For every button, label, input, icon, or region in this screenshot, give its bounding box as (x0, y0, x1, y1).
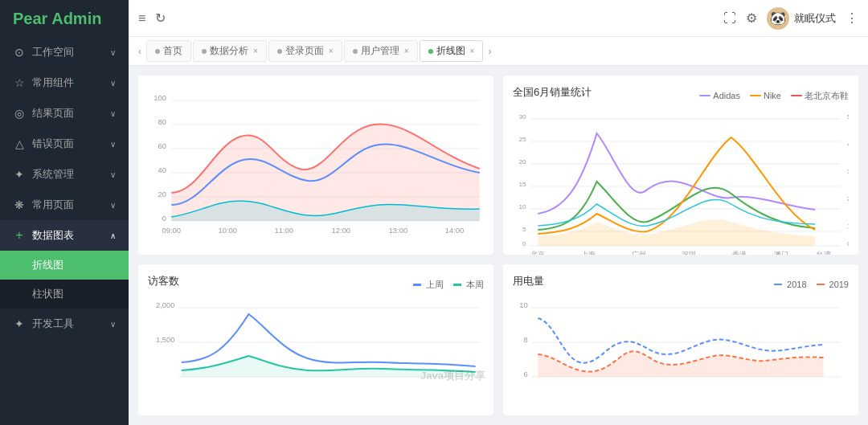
sidebar-item-result[interactable]: ◎ 结果页面 ∨ (0, 98, 129, 129)
chart2-svg-wrap: 30 25 20 15 10 5 0 500 400 300 200 100 0 (513, 109, 849, 255)
chevron-charts: ∧ (110, 231, 116, 240)
legend-lastweek-line (413, 284, 421, 286)
svg-text:10:00: 10:00 (219, 227, 238, 235)
tab-login[interactable]: 登录页面 × (268, 40, 342, 62)
username: 就眠仪式 (794, 11, 836, 26)
chevron-devtools: ∨ (110, 320, 116, 329)
tab-close-line[interactable]: × (470, 47, 475, 55)
legend-nike-line (750, 95, 761, 96)
legend-lastweek-label: 上周 (426, 279, 444, 291)
legend-2019: 2019 (817, 280, 849, 289)
main-content: ≡ ↻ ⛶ ⚙ 🐼 就眠仪式 ⋮ ‹ 首页 数据分析 × 登录页面 × (129, 0, 868, 425)
user-info[interactable]: 🐼 就眠仪式 (767, 7, 836, 30)
tab-home[interactable]: 首页 (146, 40, 191, 62)
tab-label-login: 登录页面 (285, 44, 324, 58)
sidebar-item-common[interactable]: ❋ 常用页面 ∨ (0, 190, 129, 220)
legend-adidas-line (699, 95, 710, 96)
tab-dot-user (353, 49, 358, 54)
settings-icon[interactable]: ⚙ (746, 10, 757, 26)
sidebar-menu: ⊙ 工作空间 ∨ ☆ 常用组件 ∨ ◎ 结果页面 ∨ △ 错误页面 ∨ (0, 37, 129, 425)
refresh-icon[interactable]: ↻ (155, 10, 166, 26)
tab-label-home: 首页 (163, 44, 182, 58)
sidebar-item-components[interactable]: ☆ 常用组件 ∨ (0, 67, 129, 98)
svg-text:澳门: 澳门 (774, 250, 788, 255)
legend-this-week: 本周 (453, 279, 484, 291)
legend-thisweek-line (453, 284, 461, 286)
svg-text:10: 10 (518, 203, 526, 210)
svg-text:10: 10 (519, 301, 527, 309)
tab-dot-data (202, 49, 207, 54)
svg-text:30: 30 (518, 113, 526, 121)
legend-nike: Nike (750, 91, 781, 100)
svg-text:200: 200 (847, 195, 849, 202)
tab-label-data: 数据分析 (210, 44, 248, 58)
sidebar-item-devtools[interactable]: ✦ 开发工具 ∨ (0, 309, 129, 339)
legend-2019-label: 2019 (829, 280, 849, 289)
svg-text:北京: 北京 (530, 250, 545, 255)
tab-user[interactable]: 用户管理 × (344, 40, 418, 62)
svg-text:11:00: 11:00 (275, 227, 294, 235)
sidebar-label-result: 结果页面 (32, 106, 74, 121)
more-icon[interactable]: ⋮ (845, 10, 858, 26)
sidebar-label-devtools: 开发工具 (32, 317, 74, 331)
chart4-title: 用电量 (513, 274, 544, 288)
sidebar-subitem-bar[interactable]: 柱状图 (0, 280, 129, 309)
svg-text:上海: 上海 (581, 250, 596, 255)
sidebar-label-error: 错误页面 (32, 137, 74, 151)
svg-text:台湾: 台湾 (816, 250, 830, 255)
svg-text:100: 100 (847, 223, 849, 230)
tab-label-user: 用户管理 (361, 44, 399, 58)
result-icon: ◎ (13, 107, 26, 120)
menu-toggle-icon[interactable]: ≡ (138, 11, 145, 26)
svg-text:09:00: 09:00 (162, 227, 182, 235)
sidebar-item-workspace[interactable]: ⊙ 工作空间 ∨ (0, 37, 129, 67)
legend-adidas-label: Adidas (713, 91, 740, 100)
chart4-svg-wrap: 10 8 6 (513, 298, 849, 406)
common-icon: ❋ (13, 198, 26, 211)
svg-text:500: 500 (847, 113, 849, 121)
legend-last-week: 上周 (413, 279, 444, 291)
tab-data[interactable]: 数据分析 × (193, 40, 267, 62)
legend-nike-label: Nike (764, 91, 781, 100)
svg-text:12:00: 12:00 (332, 227, 351, 235)
system-icon: ✦ (13, 168, 26, 181)
sidebar-label-workspace: 工作空间 (32, 45, 74, 59)
sidebar-subitem-line[interactable]: 折线图 (0, 251, 129, 280)
tabs-bar: ‹ 首页 数据分析 × 登录页面 × 用户管理 × 折线图 × › (129, 37, 868, 66)
sidebar-item-charts[interactable]: + 数据图表 ∧ (0, 220, 129, 251)
legend-2018-label: 2018 (787, 280, 806, 289)
fullscreen-icon[interactable]: ⛶ (723, 11, 736, 26)
tab-close-data[interactable]: × (253, 47, 258, 55)
sidebar-item-error[interactable]: △ 错误页面 ∨ (0, 129, 129, 159)
tab-dot-line (428, 49, 433, 54)
svg-text:100: 100 (154, 94, 166, 102)
chart3-title: 访客数 (148, 274, 179, 288)
svg-text:0: 0 (847, 240, 849, 247)
legend-2019-line (817, 284, 825, 285)
svg-text:5: 5 (522, 226, 526, 233)
sidebar-item-system[interactable]: ✦ 系统管理 ∨ (0, 159, 129, 190)
chevron-common: ∨ (110, 201, 116, 210)
legend-beijing: 老北京布鞋 (791, 90, 849, 102)
svg-text:0: 0 (522, 240, 526, 247)
chevron-system: ∨ (110, 170, 116, 179)
chart-card-3: 访客数 上周 本周 2,000 1,500 (138, 264, 493, 415)
svg-text:15: 15 (518, 181, 526, 188)
svg-text:40: 40 (158, 166, 166, 174)
chart-card-4: 用电量 2018 2019 10 8 6 (503, 264, 858, 415)
svg-text:14:00: 14:00 (445, 227, 465, 235)
tab-close-user[interactable]: × (404, 47, 409, 55)
topbar: ≡ ↻ ⛶ ⚙ 🐼 就眠仪式 ⋮ (129, 0, 868, 37)
tab-line-chart[interactable]: 折线图 × (420, 40, 484, 62)
svg-text:60: 60 (158, 142, 166, 150)
avatar: 🐼 (767, 7, 789, 30)
chart2-legend: Adidas Nike 老北京布鞋 (699, 90, 849, 102)
tab-close-login[interactable]: × (329, 47, 334, 55)
tabs-next-btn[interactable]: › (485, 46, 494, 57)
components-icon: ☆ (13, 76, 26, 89)
tabs-prev-btn[interactable]: ‹ (135, 46, 145, 57)
chevron-error: ∨ (110, 140, 116, 149)
sidebar-label-common: 常用页面 (32, 198, 74, 212)
svg-text:25: 25 (518, 136, 526, 143)
legend-beijing-label: 老北京布鞋 (805, 90, 849, 102)
